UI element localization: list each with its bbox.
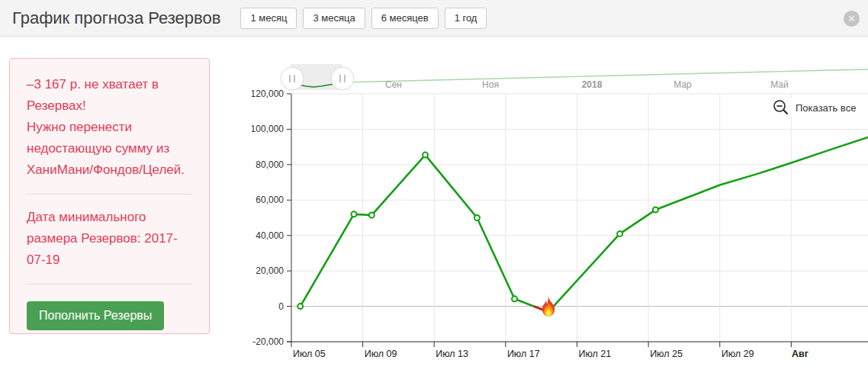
min-date-text: Дата минимального размера Резервов: 2017… — [27, 207, 192, 271]
series-line — [301, 137, 868, 312]
x-axis-label: Авг — [792, 349, 809, 359]
navigator-handle-left[interactable] — [281, 67, 304, 90]
data-point-marker[interactable] — [297, 304, 303, 309]
show-all-label: Показать все — [796, 102, 856, 114]
period-button-3[interactable]: 6 месяцев — [371, 8, 439, 29]
period-button-2[interactable]: 3 месяца — [303, 8, 365, 29]
show-all-button[interactable]: Показать все — [770, 98, 858, 117]
x-axis-label: Июл 29 — [722, 349, 754, 359]
period-button-4[interactable]: 1 год — [445, 8, 487, 29]
data-point-marker[interactable] — [351, 211, 356, 217]
divider — [27, 284, 192, 285]
x-axis-label: Июл 21 — [579, 349, 612, 359]
header-bar: График прогноза Резервов 1 месяц3 месяца… — [0, 0, 868, 37]
data-point-marker[interactable] — [512, 296, 517, 301]
alert-message-line1: –3 167 р. не хватает в Резервах! — [27, 74, 192, 117]
data-point-marker[interactable] — [423, 153, 428, 158]
navigator-label: 2018 — [582, 79, 603, 90]
period-button-1[interactable]: 1 месяц — [240, 8, 297, 29]
data-point-marker[interactable] — [474, 215, 480, 220]
data-point-marker[interactable] — [653, 207, 658, 213]
series-reserves-forecast — [297, 137, 868, 312]
navigator-label: Мар — [674, 79, 692, 90]
navigator-label: Сен — [385, 79, 402, 90]
alert-message: –3 167 р. не хватает в Резервах! Нужно п… — [27, 74, 192, 181]
alert-message-line2: Нужно перенести недостающую сумму из Хан… — [27, 117, 192, 181]
divider — [27, 194, 192, 195]
x-axis-label: Июл 13 — [436, 349, 468, 359]
x-axis-label: Июл 17 — [507, 349, 540, 359]
y-axis-label: -20,000 — [252, 336, 284, 347]
period-buttons: 1 месяц3 месяца6 месяцев1 год — [240, 8, 487, 29]
close-button[interactable]: ✕ — [844, 11, 860, 27]
y-axis-label: 20,000 — [256, 265, 284, 276]
zoom-out-icon — [773, 99, 789, 116]
x-axis-label: Июл 05 — [293, 349, 326, 359]
y-axis-label: 80,000 — [256, 159, 284, 170]
replenish-reserves-button[interactable]: Пополнить Резервы — [27, 301, 164, 330]
data-point-marker[interactable] — [369, 213, 375, 218]
close-icon: ✕ — [847, 13, 856, 24]
y-axis-label: 0 — [278, 301, 284, 312]
reserve-alert-panel: –3 167 р. не хватает в Резервах! Нужно п… — [9, 58, 210, 334]
navigator-handle-right[interactable] — [331, 67, 354, 90]
navigator-label: Ноя — [482, 79, 499, 90]
navigator-label: Май — [770, 79, 789, 90]
y-axis-label: 60,000 — [256, 195, 284, 205]
data-point-marker[interactable] — [617, 231, 622, 236]
y-axis-label: 100,000 — [252, 124, 284, 134]
x-axis-label: Июл 25 — [650, 349, 683, 359]
y-axis-label: 40,000 — [256, 230, 284, 241]
navigator: СенНоя2018МарМай — [281, 64, 868, 90]
x-axis-label: Июл 09 — [365, 349, 397, 359]
grid — [291, 94, 868, 342]
fire-icon — [542, 296, 555, 317]
y-axis-label: 120,000 — [252, 88, 284, 99]
page-title: График прогноза Резервов — [12, 8, 220, 28]
